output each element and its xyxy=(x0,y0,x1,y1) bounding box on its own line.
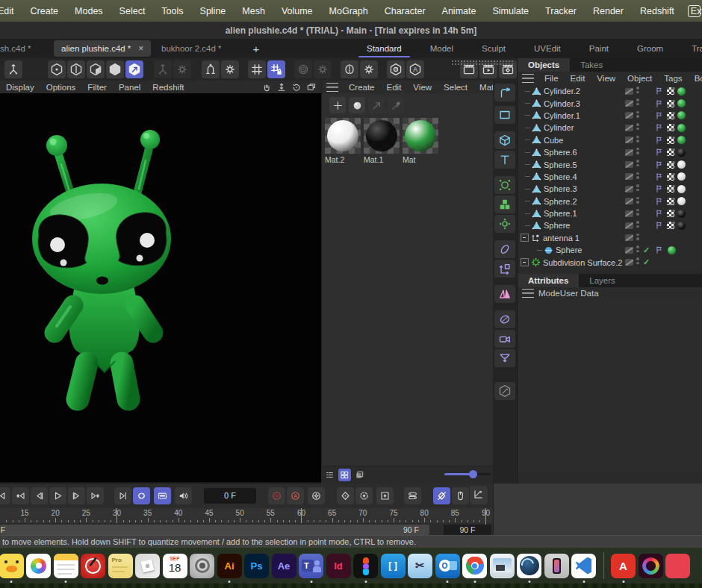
camera-tool[interactable] xyxy=(494,330,515,348)
workplane-grid-icon[interactable] xyxy=(248,60,266,78)
texture-tag-icon[interactable] xyxy=(667,124,674,131)
previous-key-button[interactable] xyxy=(12,487,29,504)
object-row[interactable]: Sphere xyxy=(518,219,702,231)
dock-app-scissors-app[interactable]: ✂ xyxy=(408,554,432,578)
menu-tools[interactable]: Tools xyxy=(153,6,191,16)
material-menu-select[interactable]: Select xyxy=(438,83,473,92)
object-row[interactable]: antenna 1 xyxy=(518,232,702,244)
dock-app-gauge-app[interactable] xyxy=(81,554,105,578)
menu-volume[interactable]: Volume xyxy=(273,6,321,16)
goto-start-button[interactable] xyxy=(0,487,10,504)
phong-tag-icon[interactable] xyxy=(655,245,664,254)
dock-app-teams[interactable]: T xyxy=(299,554,323,578)
material-tag-icon[interactable] xyxy=(677,185,686,193)
phong-tag-icon[interactable] xyxy=(655,148,664,157)
dock-app-chrome[interactable] xyxy=(462,554,487,578)
phong-tag-icon[interactable] xyxy=(655,99,664,108)
visibility-dots[interactable] xyxy=(636,184,639,193)
attribute-tab-layers[interactable]: Layers xyxy=(579,274,626,287)
dock-app-after-effects[interactable]: Ae xyxy=(272,554,296,578)
fcurve-editor-icon[interactable] xyxy=(470,486,487,503)
panel-drag-handle[interactable] xyxy=(451,60,514,66)
dock-app-outlook[interactable]: O xyxy=(435,554,460,578)
texture-tag-icon[interactable] xyxy=(667,112,674,119)
material-tag-icon[interactable] xyxy=(668,246,676,254)
visibility-dots[interactable] xyxy=(636,197,639,205)
object-row[interactable]: Cylinder.3 xyxy=(518,97,702,109)
object-row[interactable]: Cylinder.1 xyxy=(518,110,702,122)
dock-app-figma[interactable] xyxy=(353,554,378,578)
axis-modification-icon[interactable] xyxy=(154,60,172,78)
edit-toggle-icon[interactable] xyxy=(625,88,633,95)
object-menu-file[interactable]: File xyxy=(538,74,565,83)
play-range-button[interactable] xyxy=(154,487,171,504)
viewport-menu-options[interactable]: Options xyxy=(40,83,82,92)
object-row[interactable]: Sphere.3 xyxy=(518,183,702,195)
document-tab[interactable]: alien plushie.c4d *× xyxy=(54,40,151,57)
visibility-dots[interactable] xyxy=(636,123,639,131)
end-frame-field[interactable]: 90 F xyxy=(444,525,491,535)
key-parameters-button[interactable] xyxy=(404,487,421,504)
dock-app-iphone-mirroring[interactable] xyxy=(544,554,569,578)
attribute-tab-attributes[interactable]: Attributes xyxy=(518,274,579,287)
new-material-icon[interactable] xyxy=(329,97,346,113)
object-menu-view[interactable]: View xyxy=(591,74,621,83)
object-manager-tab-takes[interactable]: Takes xyxy=(570,58,613,72)
close-tab-icon[interactable]: × xyxy=(138,43,143,54)
visibility-dots[interactable] xyxy=(636,136,639,144)
timeline-range-bar[interactable]: 0 F 90 F xyxy=(0,525,429,535)
modeling-axis-icon[interactable] xyxy=(4,60,22,78)
menu-modes[interactable]: Modes xyxy=(66,6,111,16)
object-menu-tags[interactable]: Tags xyxy=(658,74,688,83)
object-row[interactable]: Subdivision Surface.2✓ xyxy=(518,256,702,268)
phong-tag-icon[interactable] xyxy=(655,184,664,193)
grid-view-icon[interactable] xyxy=(338,469,351,481)
symmetry-icon[interactable] xyxy=(341,60,358,78)
document-tab[interactable]: sh.c4d * xyxy=(0,40,51,57)
menu-simulate[interactable]: Simulate xyxy=(484,6,537,16)
visibility-dots[interactable] xyxy=(636,209,639,217)
bend-deformer-tool[interactable] xyxy=(494,240,515,258)
layer-view-icon[interactable] xyxy=(353,469,366,481)
object-row[interactable]: Sphere.1 xyxy=(518,207,702,219)
dock-app-partial-right-app[interactable] xyxy=(665,554,690,578)
attribute-menu-user-data[interactable]: User Data xyxy=(560,289,599,298)
object-menu-bookmarks[interactable]: Bookmarks xyxy=(689,74,702,83)
dock-app-system-settings[interactable] xyxy=(190,554,214,578)
annotate-tool[interactable] xyxy=(494,382,515,400)
pick-material-icon[interactable] xyxy=(388,97,404,113)
object-row[interactable]: Sphere.2 xyxy=(518,196,702,207)
dock-app-acrobat[interactable]: A xyxy=(611,554,636,578)
material-tag-icon[interactable] xyxy=(677,222,686,230)
falloff-icon[interactable] xyxy=(294,60,312,78)
material-tag-icon[interactable] xyxy=(677,210,686,218)
volume-tool[interactable] xyxy=(494,310,515,328)
expander-icon[interactable] xyxy=(521,234,529,242)
edit-toggle-icon[interactable] xyxy=(625,161,633,168)
edit-toggle-icon[interactable] xyxy=(625,112,633,119)
layout-tab-standard[interactable]: Standard xyxy=(352,40,416,57)
texture-tag-icon[interactable] xyxy=(667,148,674,156)
spline-primitive-tool[interactable] xyxy=(494,106,515,124)
dock-app-calendar[interactable]: SEP18 xyxy=(163,554,187,578)
key-scale-button[interactable] xyxy=(376,487,394,504)
subdivision-surface-tool[interactable] xyxy=(494,176,515,194)
phong-tag-icon[interactable] xyxy=(655,209,664,218)
menu-animate[interactable]: Animate xyxy=(434,6,485,16)
material-item[interactable]: Mat.1 xyxy=(364,118,400,164)
menu-select[interactable]: Select xyxy=(111,6,154,16)
menu-character[interactable]: Character xyxy=(376,6,434,16)
snap-icon[interactable] xyxy=(202,60,220,78)
dock-app-notes[interactable] xyxy=(54,554,78,578)
menu-mograph[interactable]: MoGraph xyxy=(321,6,376,16)
object-row[interactable]: Sphere.6 xyxy=(518,146,702,158)
dock-app-preview-photo-app[interactable] xyxy=(490,554,515,578)
list-view-icon[interactable] xyxy=(323,469,336,481)
texture-tag-icon[interactable] xyxy=(667,198,674,205)
object-manager-tab-objects[interactable]: Objects xyxy=(518,58,570,72)
enabled-check-icon[interactable]: ✓ xyxy=(643,245,650,255)
orbit-icon[interactable] xyxy=(290,81,303,93)
phong-tag-icon[interactable] xyxy=(655,111,664,120)
texture-tag-icon[interactable] xyxy=(667,210,674,217)
symmetry-settings-gear-icon[interactable] xyxy=(360,60,378,78)
